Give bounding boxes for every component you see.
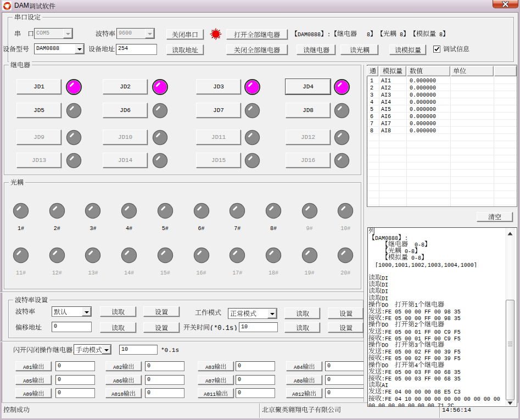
svg-text:3: 3 (415, 342, 418, 347)
svg-text:A02: A02 (113, 364, 122, 369)
svg-text:A06: A06 (113, 378, 122, 383)
svg-text:DI: DI (382, 282, 388, 287)
svg-text:A04: A04 (294, 364, 303, 369)
svg-text:A012: A012 (292, 391, 304, 396)
svg-text:8: 8 (364, 32, 370, 37)
svg-text::: : (405, 235, 408, 240)
svg-text:A05: A05 (23, 378, 32, 383)
svg-text:A07: A07 (205, 378, 214, 383)
svg-text:2: 2 (415, 322, 418, 327)
svg-text::FE 05 00 01 FF 00 C9 F5: :FE 05 00 01 FF 00 C9 F5 (382, 335, 461, 340)
svg-text:8: 8 (396, 32, 403, 37)
svg-text:DO: DO (382, 342, 395, 347)
svg-text::FE 05 00 00 FF 00 98 35: :FE 05 00 00 FF 00 98 35 (382, 316, 461, 321)
svg-text:DAM0888: DAM0888 (375, 235, 398, 240)
svg-text:A09: A09 (23, 391, 32, 396)
svg-text::FE 04 00 00 00 08 E5 C3: :FE 04 00 00 00 08 E5 C3 (382, 389, 461, 394)
svg-text:DO: DO (382, 302, 395, 307)
svg-text:A011: A011 (204, 391, 216, 396)
svg-text:DI: DI (382, 295, 388, 300)
svg-text:8: 8 (436, 32, 443, 37)
svg-text:A03: A03 (205, 364, 214, 369)
svg-text::FE 05 00 02 FF 00 39 F5: :FE 05 00 02 FF 00 39 F5 (382, 349, 461, 354)
svg-text::FE 05 00 03 FF 00 68 35: :FE 05 00 03 FF 00 68 35 (382, 369, 461, 374)
svg-text:DI: DI (382, 289, 388, 294)
svg-text:A010: A010 (111, 391, 124, 396)
svg-text:[1000,1001,1002,1003,1004,1000: [1000,1001,1002,1003,1004,1000] (368, 262, 477, 267)
svg-text:0-8: 0-8 (415, 242, 424, 247)
svg-text:0-8: 0-8 (401, 249, 415, 254)
svg-text:DO: DO (382, 322, 395, 327)
svg-text:DO: DO (382, 362, 395, 367)
svg-text::FE 04 10 00 00 00 00 00 00 00: :FE 04 10 00 00 00 00 00 00 00 00 00 (382, 396, 500, 401)
svg-text::FE 05 00 00 FF 00 98 35: :FE 05 00 00 FF 00 98 35 (382, 309, 461, 313)
svg-text:DI: DI (382, 275, 388, 280)
svg-text:(*0.1s): (*0.1s) (210, 324, 237, 331)
svg-text::: : (327, 32, 331, 37)
svg-text:0-8: 0-8 (408, 255, 421, 260)
svg-text:A01: A01 (23, 364, 32, 369)
svg-text::FE 05 00 03 FF 00 68 35: :FE 05 00 03 FF 00 68 35 (382, 376, 461, 380)
svg-text:00 00 00 00 00 00 00 71 2C: 00 00 00 00 00 00 00 71 2C (368, 402, 454, 407)
svg-text::FE 05 00 01 FF 00 C9 F5: :FE 05 00 01 FF 00 C9 F5 (382, 329, 461, 334)
svg-text:A08: A08 (294, 378, 303, 383)
svg-text:1: 1 (415, 302, 418, 307)
svg-text:AI: AI (382, 383, 388, 388)
svg-text::FE 05 00 02 FF 00 39 F5: :FE 05 00 02 FF 00 39 F5 (382, 356, 461, 361)
svg-text:4: 4 (415, 362, 418, 367)
svg-text:DAM0888: DAM0888 (298, 32, 321, 37)
